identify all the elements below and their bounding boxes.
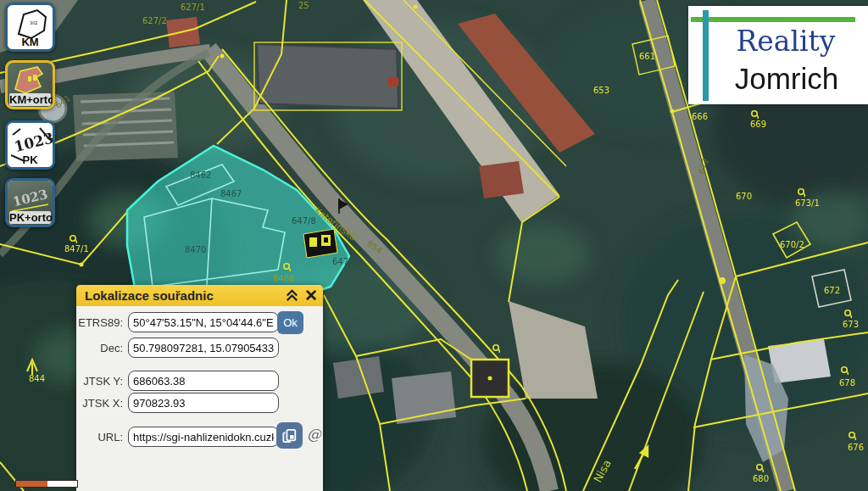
- parcel-label: 673: [843, 320, 859, 329]
- dec-input[interactable]: [128, 338, 279, 358]
- scale-segment: [47, 481, 77, 487]
- parcel-label: 670/2: [780, 240, 804, 249]
- ok-button[interactable]: Ok: [277, 311, 303, 334]
- parcel-label: 847/1: [64, 244, 89, 254]
- parcel-label: 627/2: [142, 16, 167, 25]
- parcel-label: 661: [639, 52, 655, 61]
- logo-text-reality: Reality: [722, 25, 849, 58]
- jtsk-y-input[interactable]: [128, 371, 279, 391]
- parcel-label: 653: [593, 86, 609, 95]
- etrs89-label: ETRS89:: [76, 312, 123, 333]
- layer-button-pk[interactable]: 1023 PK: [5, 120, 55, 170]
- layer-button-label: KM: [8, 36, 53, 48]
- parcel-label: 672: [824, 286, 840, 295]
- layer-button-km-orto[interactable]: KM+orto: [5, 60, 55, 109]
- jtsk-y-label: JTSK Y:: [76, 371, 123, 392]
- parcel-label: 8470: [185, 245, 206, 254]
- collapse-icon[interactable]: [284, 287, 300, 304]
- logo-teal-line: [703, 10, 709, 101]
- dec-label: Dec:: [76, 338, 123, 359]
- parcel-label: 678: [839, 378, 855, 388]
- parcel-label: 647/7: [332, 257, 357, 266]
- at-symbol: @: [307, 426, 321, 443]
- parcel-label: 673/1: [795, 198, 820, 208]
- parcel-label: 8467: [220, 189, 242, 198]
- parcel-label: 647/8: [292, 216, 316, 226]
- scale-segment: [16, 481, 47, 487]
- url-input[interactable]: [128, 427, 279, 447]
- reality-jomrich-logo: Reality Jomrich: [688, 6, 868, 104]
- logo-text-jomrich: Jomrich: [719, 62, 854, 96]
- coordinate-localization-dialog: Lokalizace souřadnic ✕ ETRS89: Ok Dec: J…: [76, 285, 323, 491]
- svg-text:1023: 1023: [11, 187, 49, 210]
- layer-button-label: KM+orto: [9, 93, 51, 106]
- parcel-label: 666: [692, 112, 708, 121]
- parcel-label: 669: [750, 120, 766, 129]
- building-symbol: [303, 229, 337, 258]
- parcel-label: 670: [736, 192, 752, 201]
- jtsk-x-input[interactable]: [128, 393, 279, 413]
- close-icon[interactable]: ✕: [304, 287, 318, 304]
- parcel-label: 8468: [273, 274, 294, 283]
- etrs89-input[interactable]: [128, 312, 279, 332]
- parcel-label: 627/1: [181, 3, 205, 12]
- parcel-label: 8462: [190, 170, 211, 180]
- parcel-label: 680: [753, 474, 769, 483]
- layer-button-label: PK+orto: [9, 211, 51, 224]
- parcel-label: 844: [29, 374, 45, 383]
- layer-button-km[interactable]: 302 KM: [5, 3, 55, 52]
- url-label: URL:: [76, 427, 123, 448]
- jtsk-x-label: JTSK X:: [76, 393, 123, 414]
- parcel-label: 676: [848, 443, 864, 452]
- parcel-label: 25: [298, 1, 309, 10]
- layer-button-pk-orto[interactable]: 1023 PK+orto: [5, 178, 55, 227]
- copy-icon: [282, 428, 298, 444]
- copy-url-button[interactable]: [276, 422, 303, 449]
- layer-button-label: PK: [8, 153, 53, 166]
- svg-text:302: 302: [30, 20, 38, 25]
- map-scale-bar: [15, 480, 78, 488]
- logo-green-line: [691, 17, 855, 22]
